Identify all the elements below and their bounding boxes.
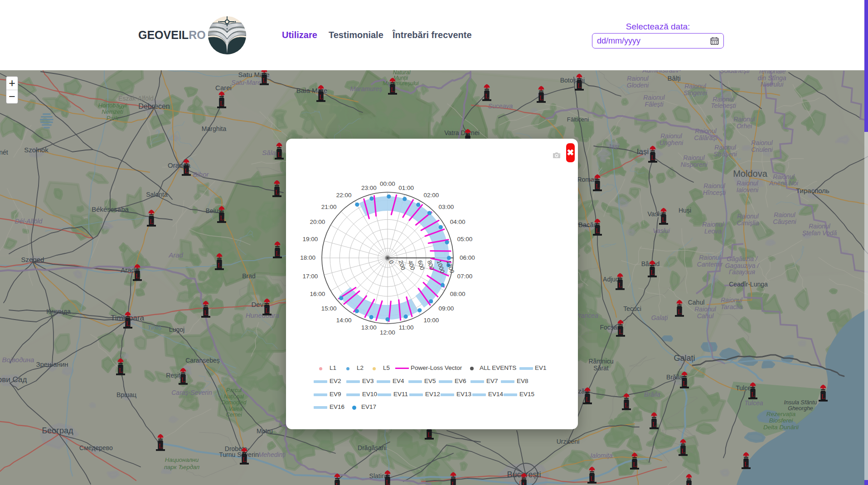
svg-text:23:00: 23:00 [361,184,377,191]
svg-text:00:00: 00:00 [380,180,395,187]
svg-text:800: 800 [426,259,436,271]
svg-text:19:00: 19:00 [303,236,318,242]
svg-text:18:00: 18:00 [300,254,315,261]
svg-text:600: 600 [417,259,426,271]
svg-text:08:00: 08:00 [450,291,466,297]
svg-text:21:00: 21:00 [321,204,337,210]
svg-text:04:00: 04:00 [450,218,466,225]
svg-text:05:00: 05:00 [457,236,473,242]
svg-text:07:00: 07:00 [457,273,473,280]
svg-text:20:00: 20:00 [310,218,325,225]
svg-text:14:00: 14:00 [336,317,352,324]
svg-text:17:00: 17:00 [303,273,318,280]
svg-text:12:00: 12:00 [380,329,395,336]
svg-text:16:00: 16:00 [310,291,325,297]
svg-text:13:00: 13:00 [361,324,377,331]
svg-text:10:00: 10:00 [424,317,439,324]
svg-text:22:00: 22:00 [336,192,352,199]
svg-text:03:00: 03:00 [438,204,454,210]
svg-text:06:00: 06:00 [460,254,475,261]
svg-text:11:00: 11:00 [399,324,414,331]
svg-text:01:00: 01:00 [398,184,414,191]
svg-text:09:00: 09:00 [438,305,454,312]
svg-text:400: 400 [407,259,416,271]
svg-text:15:00: 15:00 [321,305,337,312]
svg-text:02:00: 02:00 [424,192,439,199]
